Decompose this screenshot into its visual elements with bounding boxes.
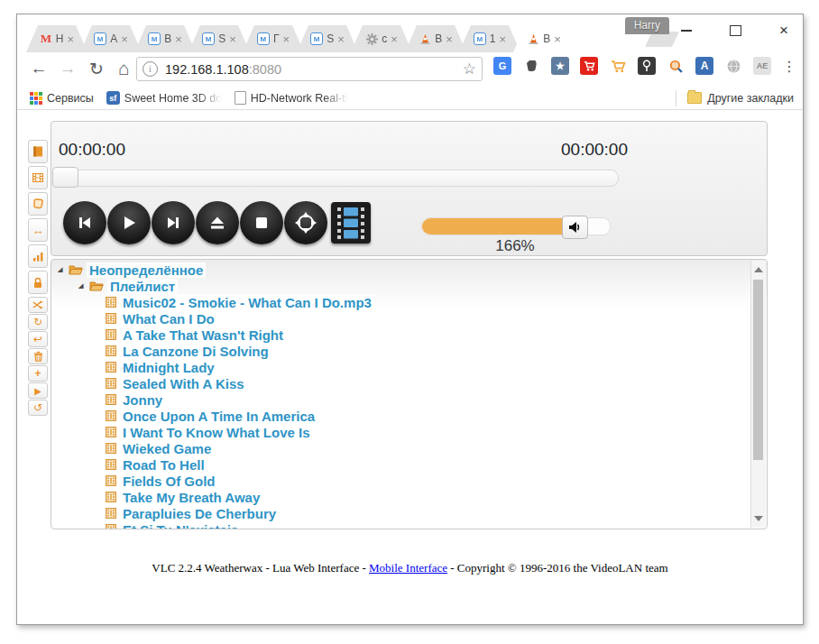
close-tab-icon[interactable]: × xyxy=(391,33,398,45)
close-tab-icon[interactable]: × xyxy=(282,33,290,45)
playlist-track[interactable]: Music02 - Smokie - What Can I Do.mp3 xyxy=(51,294,746,310)
playlist-track[interactable]: Take My Breath Away xyxy=(51,489,746,505)
tab-5[interactable]: M Г × xyxy=(243,25,304,52)
next-button[interactable] xyxy=(152,201,195,244)
back-icon[interactable]: ← xyxy=(26,56,51,81)
seek-slider[interactable] xyxy=(53,170,619,187)
playlist-track[interactable]: Et Si Tu N'existais xyxy=(51,521,746,529)
close-tab-icon[interactable]: × xyxy=(446,33,453,45)
previous-button[interactable] xyxy=(63,201,106,244)
close-icon[interactable]: × xyxy=(772,22,796,40)
tab-gmail[interactable]: M Н × xyxy=(26,25,87,52)
close-tab-icon[interactable]: × xyxy=(337,33,345,45)
playlist-scrollbar[interactable] xyxy=(750,261,766,528)
vlm-button[interactable] xyxy=(28,271,48,294)
close-tab-icon[interactable]: × xyxy=(229,33,236,45)
media-browser-button[interactable] xyxy=(28,166,48,189)
playlist-track[interactable]: Fields Of Gold xyxy=(51,473,746,489)
home-icon[interactable]: ⌂ xyxy=(111,56,136,81)
filmstrip-button[interactable] xyxy=(331,202,371,244)
volume-slider[interactable] xyxy=(421,217,611,235)
ae-icon[interactable]: AE xyxy=(753,57,771,75)
tab-title: В xyxy=(164,32,171,45)
stream-button[interactable] xyxy=(28,192,48,216)
eject-button[interactable] xyxy=(196,201,239,244)
translate-icon[interactable]: G xyxy=(493,57,511,75)
letter-a-icon[interactable]: A xyxy=(695,57,713,75)
location-pin-icon[interactable] xyxy=(638,57,656,75)
playlist-track[interactable]: A Take That Wasn't Right xyxy=(51,327,746,343)
tab-vlc-active[interactable]: В × xyxy=(513,25,575,52)
mobile-interface-link[interactable]: Mobile Interface xyxy=(369,561,447,575)
play-button[interactable] xyxy=(107,201,151,244)
other-bookmarks[interactable]: Другие закладки xyxy=(676,90,794,106)
close-tab-icon[interactable]: × xyxy=(554,33,561,45)
close-tab-icon[interactable]: × xyxy=(121,33,128,45)
refresh-playlist-button[interactable]: ↺ xyxy=(28,400,48,416)
playlist-track[interactable]: La Canzone Di Solving xyxy=(51,343,746,359)
tree-folder-label[interactable]: Плейлист xyxy=(107,279,178,294)
tree-root-label[interactable]: Неопределённое xyxy=(87,262,206,278)
playlist-track[interactable]: Parapluies De Cherbury xyxy=(51,505,746,521)
equalizer-button[interactable] xyxy=(28,244,48,268)
play-selected-button[interactable]: ▶ xyxy=(28,382,48,399)
profile-badge[interactable]: Harry xyxy=(625,17,669,34)
add-to-playlist-button[interactable]: + xyxy=(28,365,48,382)
tab-9[interactable]: M 1 × xyxy=(459,25,520,52)
bookmark-services[interactable]: Сервисы xyxy=(30,92,94,105)
tab-4[interactable]: M S × xyxy=(189,25,250,52)
orange-cart-icon[interactable] xyxy=(609,57,627,75)
volume-thumb[interactable] xyxy=(562,216,588,239)
playlist-track[interactable]: I Want To Know What Love Is xyxy=(51,424,746,440)
globe-icon[interactable] xyxy=(724,57,742,75)
expand-icon[interactable]: ◢ xyxy=(58,266,65,273)
menu-icon[interactable]: ⋮ xyxy=(782,58,793,75)
shuffle-button[interactable] xyxy=(28,297,48,313)
playlist-track[interactable]: Once Upon A Time In America xyxy=(51,408,746,424)
volume-fill xyxy=(422,218,566,235)
tab-title: 1 xyxy=(490,32,496,45)
expand-icon[interactable]: ◢ xyxy=(78,282,86,290)
playlist-track[interactable]: What Can I Do xyxy=(51,310,746,327)
loop-button[interactable]: ↻ xyxy=(28,314,48,330)
tree-root[interactable]: ◢ Неопределённое xyxy=(51,262,746,278)
fullscreen-button[interactable] xyxy=(284,201,327,244)
tab-2[interactable]: M А × xyxy=(80,25,142,52)
evernote-icon[interactable] xyxy=(522,57,540,75)
close-tab-icon[interactable]: × xyxy=(175,33,182,45)
red-cart-icon[interactable] xyxy=(580,57,598,75)
playlist-track[interactable]: Jonny xyxy=(51,391,746,408)
forward-icon[interactable]: → xyxy=(55,56,80,81)
address-bar[interactable]: i 192.168.1.108 :8080 ☆ xyxy=(136,57,483,81)
minimize-icon[interactable] xyxy=(675,22,698,40)
close-tab-icon[interactable]: × xyxy=(68,33,75,45)
star-extension-icon[interactable]: ★ xyxy=(551,57,569,75)
scroll-up-icon[interactable] xyxy=(754,267,763,272)
playlist-track[interactable]: Wieked Game xyxy=(51,440,746,456)
resize-button[interactable]: ↔ xyxy=(28,218,48,242)
playlist-track[interactable]: Midnight Lady xyxy=(51,359,746,375)
playlist-track[interactable]: Road To Hell xyxy=(51,456,746,473)
repeat-button[interactable]: ↩ xyxy=(28,331,48,347)
tab-vlc-1[interactable]: В × xyxy=(405,25,466,52)
close-tab-icon[interactable]: × xyxy=(500,33,507,45)
info-icon[interactable]: i xyxy=(143,61,158,77)
seek-thumb[interactable] xyxy=(52,167,78,188)
bookmark-hdnetwork[interactable]: HD-Network Real-tim xyxy=(235,91,348,105)
reload-icon[interactable]: ↻ xyxy=(84,56,109,81)
tab-settings[interactable]: с × xyxy=(351,25,412,52)
tab-3[interactable]: M В × xyxy=(134,25,196,52)
open-media-button[interactable] xyxy=(28,140,48,163)
playlist-track[interactable]: Sealed With A Kiss xyxy=(51,375,746,391)
tree-folder[interactable]: ◢ Плейлист xyxy=(51,278,746,294)
scrollbar-thumb[interactable] xyxy=(753,280,763,460)
tab-6[interactable]: M S × xyxy=(297,25,358,52)
maximize-icon[interactable] xyxy=(723,22,747,40)
clear-playlist-button[interactable] xyxy=(28,348,48,364)
bookmark-label: Sweet Home 3D down xyxy=(124,92,222,105)
magnifier-icon[interactable] xyxy=(667,57,685,75)
scroll-down-icon[interactable] xyxy=(754,516,763,521)
bookmark-star-icon[interactable]: ☆ xyxy=(463,60,476,78)
stop-button[interactable] xyxy=(240,201,283,244)
bookmark-sweethome[interactable]: sf Sweet Home 3D down xyxy=(106,91,222,105)
